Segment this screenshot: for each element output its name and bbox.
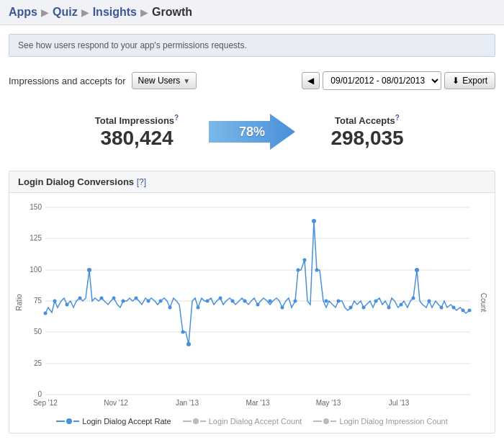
prev-date-button[interactable]: ◀ — [302, 72, 320, 89]
dropdown-label: New Users — [138, 76, 181, 86]
svg-point-33 — [181, 331, 185, 334]
chart-help-link[interactable]: [?] — [137, 177, 146, 187]
date-range-container: ◀ 09/01/2012 - 08/01/2013 ⬇ Export — [302, 71, 495, 90]
svg-point-22 — [53, 300, 57, 303]
svg-point-40 — [256, 303, 260, 307]
svg-point-26 — [100, 297, 104, 300]
breadcrumb-insights[interactable]: Insights — [93, 6, 137, 19]
svg-point-54 — [400, 303, 403, 307]
separator-2: ▶ — [81, 6, 89, 18]
legend-accept-rate-label: Login Dialog Accept Rate — [82, 417, 171, 426]
svg-point-28 — [122, 300, 125, 303]
svg-point-53 — [387, 306, 391, 310]
info-text: See how users respond to your app's perm… — [18, 40, 247, 50]
svg-text:May '13: May '13 — [316, 399, 341, 407]
svg-text:Mar '13: Mar '13 — [246, 399, 269, 407]
info-bar: See how users respond to your app's perm… — [9, 34, 495, 57]
dropdown-arrow-icon: ▼ — [183, 77, 190, 85]
svg-text:Jan '13: Jan '13 — [176, 399, 199, 407]
chart-section: Login Dialog Conversions [?] Ratio Count… — [9, 171, 495, 433]
svg-text:Jul '13: Jul '13 — [389, 399, 410, 407]
big-arrow-graphic: 78% — [209, 110, 295, 153]
controls-row: Impressions and accepts for New Users ▼ … — [0, 66, 504, 96]
svg-point-57 — [428, 300, 431, 303]
date-range-select[interactable]: 09/01/2012 - 08/01/2013 — [323, 71, 441, 90]
svg-point-48 — [325, 300, 328, 303]
svg-point-38 — [231, 300, 235, 303]
svg-point-24 — [78, 297, 82, 300]
svg-point-34 — [186, 342, 191, 346]
accepts-help[interactable]: ? — [395, 114, 400, 122]
svg-point-45 — [303, 259, 307, 262]
impressions-label: Total Impressions? — [72, 114, 202, 126]
svg-text:50: 50 — [34, 328, 42, 336]
total-accepts-box: Total Accepts? 298,035 — [302, 114, 432, 149]
svg-point-29 — [135, 297, 138, 300]
breadcrumb-quiz[interactable]: Quiz — [53, 6, 78, 19]
breadcrumb-apps[interactable]: Apps — [9, 6, 37, 19]
impressions-value: 380,424 — [72, 127, 202, 150]
svg-point-43 — [294, 300, 297, 303]
svg-point-46 — [312, 219, 316, 223]
chart-title: Login Dialog Conversions — [18, 176, 134, 187]
svg-point-25 — [87, 268, 91, 272]
svg-point-21 — [44, 312, 48, 315]
svg-point-23 — [66, 303, 69, 307]
svg-point-31 — [159, 300, 163, 303]
y-axis-label: Ratio — [15, 294, 23, 310]
svg-text:125: 125 — [30, 234, 42, 242]
svg-point-47 — [315, 269, 319, 272]
legend-accept-count-label: Login Dialog Accept Count — [209, 417, 302, 426]
svg-point-41 — [269, 300, 272, 303]
breadcrumb: Apps ▶ Quiz ▶ Insights ▶ Growth — [0, 0, 504, 25]
svg-text:75: 75 — [34, 297, 42, 305]
separator-1: ▶ — [41, 6, 49, 18]
legend-impression-count-label: Login Dialog Impression Count — [339, 417, 447, 426]
svg-point-37 — [219, 297, 222, 300]
chart-svg: 0 25 50 75 100 125 150 — [17, 200, 485, 409]
svg-point-50 — [349, 306, 353, 310]
svg-point-51 — [362, 306, 366, 310]
stats-row: Total Impressions? 380,424 78% Total Acc… — [0, 96, 504, 168]
svg-point-30 — [147, 300, 150, 303]
svg-text:25: 25 — [34, 359, 42, 367]
svg-point-52 — [374, 300, 378, 303]
conversion-percent: 78% — [239, 125, 265, 140]
svg-text:0: 0 — [37, 390, 42, 398]
svg-point-60 — [462, 309, 465, 313]
impressions-label: Impressions and accepts for — [9, 76, 126, 86]
svg-point-56 — [415, 268, 419, 272]
svg-point-55 — [412, 297, 415, 300]
accepts-value: 298,035 — [302, 127, 432, 150]
export-icon: ⬇ — [452, 76, 459, 86]
user-type-dropdown[interactable]: New Users ▼ — [132, 72, 197, 89]
chart-body: Ratio Count 0 25 50 75 100 — [9, 193, 495, 411]
svg-point-27 — [112, 297, 116, 300]
x-axis-labels: Sep '12 Nov '12 Jan '13 Mar '13 May '13 … — [33, 399, 410, 407]
svg-text:Sep '12: Sep '12 — [33, 399, 58, 407]
svg-point-35 — [197, 306, 200, 310]
breadcrumb-growth: Growth — [152, 6, 192, 19]
svg-point-59 — [452, 306, 456, 310]
y-axis-label-right: Count — [480, 292, 487, 312]
separator-3: ▶ — [140, 6, 148, 18]
conversion-arrow: 78% — [202, 110, 302, 153]
chart-legend: Login Dialog Accept Rate Login Dialog Ac… — [9, 411, 495, 433]
chart-header: Login Dialog Conversions [?] — [9, 171, 495, 193]
export-label: Export — [462, 76, 487, 86]
accepts-label: Total Accepts? — [302, 114, 432, 126]
svg-point-49 — [337, 300, 341, 303]
svg-point-36 — [206, 300, 210, 303]
legend-accept-count[interactable]: Login Dialog Accept Count — [183, 417, 302, 426]
svg-point-44 — [297, 269, 300, 272]
svg-point-32 — [168, 306, 172, 310]
svg-text:Nov '12: Nov '12 — [104, 399, 128, 407]
export-button[interactable]: ⬇ Export — [444, 72, 495, 89]
total-impressions-box: Total Impressions? 380,424 — [72, 114, 202, 149]
legend-accept-rate[interactable]: Login Dialog Accept Rate — [56, 417, 171, 426]
svg-point-61 — [468, 309, 472, 313]
impressions-help[interactable]: ? — [174, 114, 179, 122]
svg-text:150: 150 — [30, 203, 42, 211]
legend-impression-count[interactable]: Login Dialog Impression Count — [313, 417, 447, 426]
svg-point-58 — [440, 306, 444, 310]
